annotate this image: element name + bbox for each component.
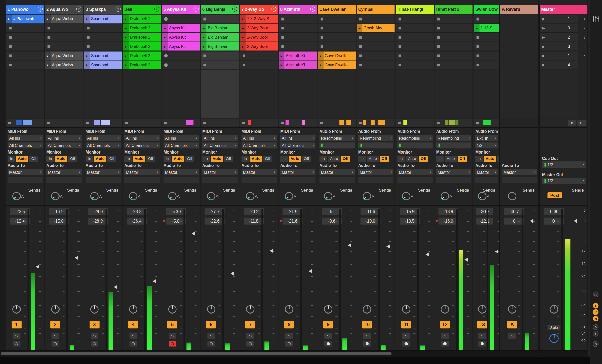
clip-slot-empty[interactable]: [162, 15, 201, 23]
track-header[interactable]: 8 Azimuth▾: [279, 5, 317, 14]
peak-level-box[interactable]: -22.5: [10, 208, 30, 215]
volume-box[interactable]: -26.4: [127, 218, 147, 225]
clip-slot[interactable]: ▶Drakebell 1: [123, 15, 161, 23]
pan-knob[interactable]: [507, 304, 517, 314]
track-activator-button[interactable]: 2: [50, 321, 60, 328]
arm-button[interactable]: [91, 341, 98, 346]
clip-slot[interactable]: ▶Drakebell 2: [123, 60, 161, 69]
send-a-knob[interactable]: [362, 191, 372, 201]
clip-play-icon[interactable]: ▶: [84, 60, 90, 69]
volume-fader-track[interactable]: [106, 209, 107, 350]
clip-overview-row[interactable]: [162, 119, 201, 127]
clip-slot[interactable]: ▶Aqua Wobb: [45, 15, 83, 23]
scene-play-icon[interactable]: ▶: [542, 60, 546, 69]
clip-slot-empty[interactable]: [240, 52, 279, 60]
volume-handle[interactable]: [114, 285, 117, 289]
scene-play-icon[interactable]: ▶: [542, 52, 546, 60]
clip-stop-button[interactable]: [437, 45, 440, 48]
output-select[interactable]: Master▾: [475, 169, 498, 175]
volume-fader-track[interactable]: [261, 209, 263, 350]
clip-slot-empty[interactable]: [279, 24, 317, 33]
output-select[interactable]: Master▾: [358, 169, 394, 175]
solo-button[interactable]: S: [478, 333, 486, 339]
chevron-down-icon[interactable]: ▾: [310, 6, 315, 11]
cue-out-select[interactable]: 1/2▾: [542, 161, 585, 168]
pan-knob[interactable]: [440, 304, 450, 314]
clip-play-icon[interactable]: ▶: [123, 52, 129, 60]
peak-level-box[interactable]: -11.6: [361, 208, 381, 215]
clip-play-icon[interactable]: ▶: [162, 42, 168, 51]
clip-play-icon[interactable]: ▶: [240, 15, 246, 23]
clip-stop-button[interactable]: [321, 27, 323, 29]
clip-overview-row[interactable]: [279, 119, 317, 127]
volume-box[interactable]: -22.6: [205, 218, 225, 225]
clip-slot-empty[interactable]: [396, 52, 434, 60]
clip-slot-empty[interactable]: [84, 24, 123, 33]
input-channel-select[interactable]: All Channels▾: [241, 142, 277, 148]
master-out-select[interactable]: 1/2▾: [542, 178, 585, 184]
clip-stop-button[interactable]: [87, 27, 89, 29]
clip-slot-empty[interactable]: [240, 60, 279, 69]
input-channel-select[interactable]: All Channels▾: [202, 142, 238, 148]
clip-slot-empty[interactable]: [279, 42, 317, 51]
chevron-down-icon[interactable]: ▾: [193, 6, 198, 11]
peak-level-box[interactable]: -15.9: [400, 208, 420, 215]
input-channel-meter[interactable]: [358, 142, 394, 148]
clip-slot-empty[interactable]: [474, 60, 499, 69]
send-a-knob[interactable]: [507, 191, 517, 201]
monitor-auto-button[interactable]: Auto: [289, 156, 301, 162]
clip-slot[interactable]: ▶Aqua Wobb: [45, 52, 83, 60]
clip-slot-empty[interactable]: [318, 42, 356, 51]
clip-play-icon[interactable]: ▶: [474, 24, 479, 33]
output-select[interactable]: Master▾: [436, 169, 471, 175]
clip-stop-button[interactable]: [203, 18, 206, 20]
arm-button[interactable]: [246, 341, 254, 346]
pan-knob[interactable]: [362, 304, 372, 314]
clip-overview-row[interactable]: [435, 119, 473, 127]
solo-button[interactable]: S: [169, 333, 176, 339]
solo-button[interactable]: S: [363, 333, 371, 339]
monitor-auto-button[interactable]: Auto: [367, 156, 379, 162]
send-a-knob[interactable]: [128, 191, 138, 201]
output-select[interactable]: Master▾: [502, 169, 537, 175]
monitor-auto-button[interactable]: Auto: [55, 156, 67, 162]
clip-slot-empty[interactable]: [162, 52, 201, 60]
track-activator-button[interactable]: 4: [128, 321, 138, 328]
monitor-off-button[interactable]: Off: [107, 156, 116, 162]
clip-slot[interactable]: ▶Abyss Kit: [162, 42, 201, 51]
monitor-in-button[interactable]: In: [46, 156, 54, 162]
clip-stop-button[interactable]: [399, 27, 401, 29]
clip-slot-empty[interactable]: [474, 42, 499, 51]
input-type-select[interactable]: All Ins▾: [241, 135, 277, 141]
clip-stop-button[interactable]: [399, 64, 401, 66]
clip-slot[interactable]: ▶Abyss Kit: [162, 24, 201, 33]
output-select[interactable]: Master▾: [280, 169, 316, 175]
clip-stop-button[interactable]: [9, 27, 11, 29]
clip-stop-button[interactable]: [203, 64, 206, 66]
peak-level-box[interactable]: -Inf: [322, 208, 342, 215]
clip-stop-button[interactable]: [359, 55, 362, 57]
monitor-in-button[interactable]: In: [8, 156, 15, 162]
clip-slot-empty[interactable]: [279, 15, 317, 23]
clip-slot-empty[interactable]: [396, 33, 434, 42]
peak-level-box[interactable]: -20.2: [244, 208, 264, 215]
arm-button[interactable]: [478, 341, 486, 346]
clip-overview-row[interactable]: [45, 119, 83, 127]
track-activator-button[interactable]: 8: [284, 321, 294, 328]
chevron-down-icon[interactable]: ▾: [76, 6, 81, 11]
clip-slot-empty[interactable]: [396, 15, 434, 23]
track-activator-button[interactable]: 9: [323, 321, 333, 328]
volume-handle[interactable]: [530, 219, 533, 223]
clip-slot[interactable]: ▶Sparkpad: [84, 15, 123, 23]
clip-slot-empty[interactable]: [84, 33, 123, 42]
clip-stop-button[interactable]: [437, 36, 440, 39]
clip-stop-button[interactable]: [243, 55, 245, 57]
arm-button[interactable]: [441, 341, 449, 346]
scene-slot[interactable]: ▶1: [540, 15, 578, 23]
clip-slot[interactable]: ▶Big Benjam: [201, 24, 239, 33]
clip-slot-empty[interactable]: [318, 24, 356, 33]
monitor-off-button[interactable]: Off: [185, 156, 194, 162]
stop-all-clips-button[interactable]: [125, 122, 128, 124]
volume-handle[interactable]: [464, 258, 468, 262]
input-type-select[interactable]: Resampling▾: [358, 135, 394, 141]
